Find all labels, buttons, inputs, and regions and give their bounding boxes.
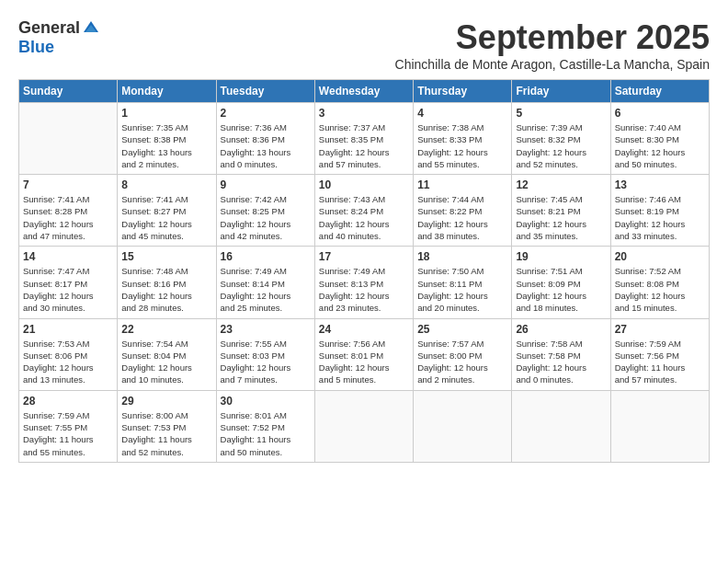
day-info: Sunrise: 7:39 AM Sunset: 8:32 PM Dayligh… (516, 121, 606, 170)
calendar-week-row: 1Sunrise: 7:35 AM Sunset: 8:38 PM Daylig… (19, 103, 710, 175)
location-title: Chinchilla de Monte Aragon, Castille-La … (395, 57, 710, 72)
day-info: Sunrise: 7:41 AM Sunset: 8:28 PM Dayligh… (23, 193, 113, 242)
page-header: General Blue September 2025 Chinchilla d… (18, 18, 710, 72)
calendar-cell: 19Sunrise: 7:51 AM Sunset: 8:09 PM Dayli… (512, 247, 610, 318)
day-info: Sunrise: 7:38 AM Sunset: 8:33 PM Dayligh… (417, 121, 507, 170)
day-number: 23 (221, 323, 311, 336)
logo-blue: Blue (18, 38, 54, 57)
calendar-week-row: 14Sunrise: 7:47 AM Sunset: 8:17 PM Dayli… (19, 247, 710, 318)
calendar-cell: 17Sunrise: 7:49 AM Sunset: 8:13 PM Dayli… (314, 247, 413, 318)
calendar: SundayMondayTuesdayWednesdayThursdayFrid… (18, 79, 710, 463)
day-number: 25 (417, 323, 507, 336)
day-number: 9 (221, 178, 311, 191)
day-info: Sunrise: 7:42 AM Sunset: 8:25 PM Dayligh… (221, 193, 311, 242)
day-info: Sunrise: 7:46 AM Sunset: 8:19 PM Dayligh… (615, 193, 705, 242)
day-number: 15 (121, 250, 211, 263)
day-info: Sunrise: 7:35 AM Sunset: 8:38 PM Dayligh… (121, 121, 211, 170)
calendar-cell: 5Sunrise: 7:39 AM Sunset: 8:32 PM Daylig… (512, 103, 610, 175)
calendar-week-row: 7Sunrise: 7:41 AM Sunset: 8:28 PM Daylig… (19, 175, 710, 247)
day-header-wednesday: Wednesday (314, 80, 413, 103)
day-info: Sunrise: 7:43 AM Sunset: 8:24 PM Dayligh… (319, 193, 409, 242)
calendar-cell: 9Sunrise: 7:42 AM Sunset: 8:25 PM Daylig… (216, 175, 314, 247)
day-info: Sunrise: 7:47 AM Sunset: 8:17 PM Dayligh… (23, 265, 113, 314)
day-number: 13 (615, 178, 705, 191)
calendar-cell: 7Sunrise: 7:41 AM Sunset: 8:28 PM Daylig… (19, 175, 118, 247)
day-number: 24 (319, 323, 409, 336)
day-number: 27 (615, 323, 705, 336)
calendar-cell: 30Sunrise: 8:01 AM Sunset: 7:52 PM Dayli… (216, 390, 314, 462)
calendar-cell (610, 390, 709, 462)
calendar-cell: 25Sunrise: 7:57 AM Sunset: 8:00 PM Dayli… (414, 318, 512, 390)
day-number: 2 (221, 107, 311, 120)
calendar-cell: 18Sunrise: 7:50 AM Sunset: 8:11 PM Dayli… (414, 247, 512, 318)
calendar-cell: 6Sunrise: 7:40 AM Sunset: 8:30 PM Daylig… (610, 103, 709, 175)
day-header-saturday: Saturday (610, 80, 709, 103)
day-number: 16 (221, 250, 311, 263)
calendar-cell: 27Sunrise: 7:59 AM Sunset: 7:56 PM Dayli… (610, 318, 709, 390)
calendar-cell (414, 390, 512, 462)
calendar-cell (19, 103, 118, 175)
calendar-cell: 15Sunrise: 7:48 AM Sunset: 8:16 PM Dayli… (118, 247, 216, 318)
logo-general: General (18, 18, 80, 38)
day-info: Sunrise: 7:41 AM Sunset: 8:27 PM Dayligh… (121, 193, 211, 242)
day-info: Sunrise: 7:54 AM Sunset: 8:04 PM Dayligh… (121, 338, 211, 386)
calendar-header-row: SundayMondayTuesdayWednesdayThursdayFrid… (19, 80, 710, 103)
day-info: Sunrise: 7:56 AM Sunset: 8:01 PM Dayligh… (319, 338, 409, 386)
day-number: 10 (319, 178, 409, 191)
day-info: Sunrise: 7:51 AM Sunset: 8:09 PM Dayligh… (516, 265, 606, 314)
day-number: 6 (615, 107, 705, 120)
day-number: 21 (23, 323, 113, 336)
calendar-cell: 28Sunrise: 7:59 AM Sunset: 7:55 PM Dayli… (19, 390, 118, 462)
title-section: September 2025 Chinchilla de Monte Arago… (395, 18, 710, 72)
day-header-thursday: Thursday (414, 80, 512, 103)
day-number: 30 (221, 395, 311, 408)
day-header-monday: Monday (118, 80, 216, 103)
calendar-week-row: 28Sunrise: 7:59 AM Sunset: 7:55 PM Dayli… (19, 390, 710, 462)
day-header-friday: Friday (512, 80, 610, 103)
calendar-cell (314, 390, 413, 462)
day-info: Sunrise: 7:49 AM Sunset: 8:14 PM Dayligh… (221, 265, 311, 314)
calendar-cell: 11Sunrise: 7:44 AM Sunset: 8:22 PM Dayli… (414, 175, 512, 247)
day-info: Sunrise: 7:59 AM Sunset: 7:56 PM Dayligh… (615, 338, 705, 386)
calendar-cell: 26Sunrise: 7:58 AM Sunset: 7:58 PM Dayli… (512, 318, 610, 390)
calendar-cell: 3Sunrise: 7:37 AM Sunset: 8:35 PM Daylig… (314, 103, 413, 175)
day-number: 22 (121, 323, 211, 336)
day-info: Sunrise: 7:58 AM Sunset: 7:58 PM Dayligh… (516, 338, 606, 386)
day-info: Sunrise: 7:48 AM Sunset: 8:16 PM Dayligh… (121, 265, 211, 314)
day-number: 4 (417, 107, 507, 120)
calendar-cell: 14Sunrise: 7:47 AM Sunset: 8:17 PM Dayli… (19, 247, 118, 318)
logo-icon (82, 19, 100, 38)
calendar-cell: 23Sunrise: 7:55 AM Sunset: 8:03 PM Dayli… (216, 318, 314, 390)
calendar-cell: 4Sunrise: 7:38 AM Sunset: 8:33 PM Daylig… (414, 103, 512, 175)
calendar-cell: 21Sunrise: 7:53 AM Sunset: 8:06 PM Dayli… (19, 318, 118, 390)
calendar-cell: 24Sunrise: 7:56 AM Sunset: 8:01 PM Dayli… (314, 318, 413, 390)
day-number: 7 (23, 178, 113, 191)
day-header-sunday: Sunday (19, 80, 118, 103)
calendar-cell: 13Sunrise: 7:46 AM Sunset: 8:19 PM Dayli… (610, 175, 709, 247)
day-info: Sunrise: 7:55 AM Sunset: 8:03 PM Dayligh… (221, 338, 311, 386)
day-info: Sunrise: 7:59 AM Sunset: 7:55 PM Dayligh… (23, 409, 113, 458)
calendar-week-row: 21Sunrise: 7:53 AM Sunset: 8:06 PM Dayli… (19, 318, 710, 390)
day-info: Sunrise: 7:36 AM Sunset: 8:36 PM Dayligh… (221, 121, 311, 170)
day-number: 20 (615, 250, 705, 263)
day-number: 1 (121, 107, 211, 120)
calendar-cell: 20Sunrise: 7:52 AM Sunset: 8:08 PM Dayli… (610, 247, 709, 318)
day-header-tuesday: Tuesday (216, 80, 314, 103)
day-number: 3 (319, 107, 409, 120)
day-info: Sunrise: 7:50 AM Sunset: 8:11 PM Dayligh… (417, 265, 507, 314)
calendar-cell: 8Sunrise: 7:41 AM Sunset: 8:27 PM Daylig… (118, 175, 216, 247)
day-number: 8 (121, 178, 211, 191)
day-info: Sunrise: 8:01 AM Sunset: 7:52 PM Dayligh… (221, 409, 311, 458)
day-number: 17 (319, 250, 409, 263)
day-info: Sunrise: 8:00 AM Sunset: 7:53 PM Dayligh… (121, 409, 211, 458)
day-info: Sunrise: 7:53 AM Sunset: 8:06 PM Dayligh… (23, 338, 113, 386)
day-info: Sunrise: 7:52 AM Sunset: 8:08 PM Dayligh… (615, 265, 705, 314)
month-title: September 2025 (395, 18, 710, 57)
day-number: 14 (23, 250, 113, 263)
day-number: 18 (417, 250, 507, 263)
day-info: Sunrise: 7:37 AM Sunset: 8:35 PM Dayligh… (319, 121, 409, 170)
day-number: 11 (417, 178, 507, 191)
calendar-cell: 10Sunrise: 7:43 AM Sunset: 8:24 PM Dayli… (314, 175, 413, 247)
day-number: 29 (121, 395, 211, 408)
calendar-cell: 29Sunrise: 8:00 AM Sunset: 7:53 PM Dayli… (118, 390, 216, 462)
